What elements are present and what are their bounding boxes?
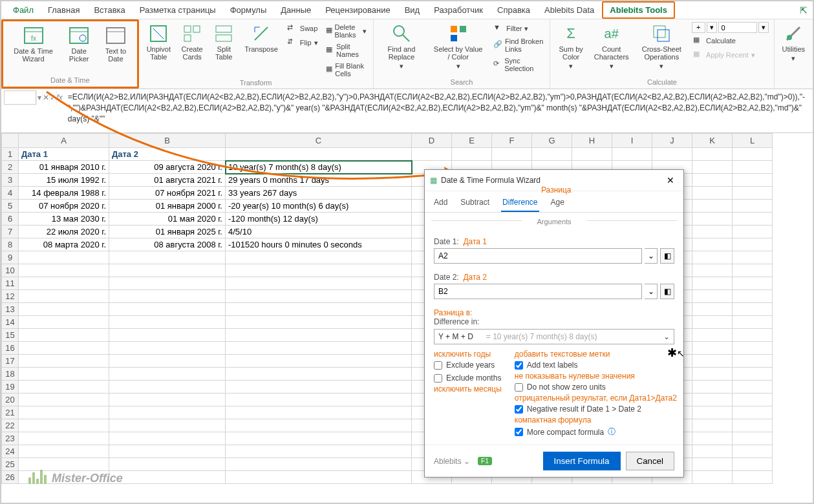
cell-A23[interactable] — [19, 432, 109, 445]
formula-text[interactable]: =ЕСЛИ(И(A2>B2,ИЛИ(РАЗНДАТ(ЕСЛИ(A2<B2,A2,… — [63, 90, 810, 125]
cell-K4[interactable] — [692, 187, 733, 200]
cancel-button[interactable]: Cancel — [626, 452, 675, 470]
cross-sheet-button[interactable]: Cross-Sheet Operations ▾ — [637, 22, 687, 71]
negative-result-checkbox[interactable]: Negative result if Date 1 > Date 2 — [515, 403, 677, 415]
cell-B10[interactable] — [109, 264, 226, 277]
share-icon[interactable]: ⇱ — [800, 5, 808, 16]
cell-D1[interactable] — [412, 148, 452, 161]
f1-badge[interactable]: F1 — [478, 457, 492, 465]
menu-developer[interactable]: Разработчик — [427, 3, 489, 17]
col-header-B[interactable]: B — [109, 134, 226, 148]
row-header-9[interactable]: 9 — [2, 251, 19, 264]
cell-K13[interactable] — [692, 303, 733, 316]
date2-dropdown[interactable]: ⌄ — [645, 284, 658, 299]
cell-L16[interactable] — [733, 342, 773, 355]
cell-A19[interactable] — [19, 381, 109, 394]
cell-A7[interactable]: 22 июля 2020 г. — [19, 226, 109, 238]
close-icon[interactable]: ✕ — [663, 174, 678, 187]
swap-button[interactable]: ⇄Swap — [286, 22, 319, 35]
menu-file[interactable]: Файл — [6, 3, 40, 17]
sum-by-color-button[interactable]: ΣSum by Color ▾ — [555, 22, 586, 71]
row-header-25[interactable]: 25 — [2, 458, 19, 471]
menu-ablebits-data[interactable]: Ablebits Data — [538, 3, 601, 17]
cell-C15[interactable] — [226, 329, 412, 342]
cell-K11[interactable] — [692, 277, 733, 290]
row-header-21[interactable]: 21 — [2, 406, 19, 419]
cell-C8[interactable]: -101520 hours 0 minutes 0 seconds — [226, 238, 412, 251]
text-to-date-button[interactable]: Text to Date — [100, 24, 131, 64]
cell-A11[interactable] — [19, 277, 109, 290]
col-header-L[interactable]: L — [733, 134, 773, 148]
cell-K2[interactable] — [692, 161, 733, 174]
cell-A8[interactable]: 08 марта 2020 г. — [19, 238, 109, 251]
row-header-5[interactable]: 5 — [2, 200, 19, 213]
tab-age[interactable]: Age — [550, 194, 566, 212]
cell-B12[interactable] — [109, 290, 226, 303]
cell-K8[interactable] — [692, 238, 733, 251]
cell-C11[interactable] — [226, 277, 412, 290]
cell-L15[interactable] — [733, 329, 773, 342]
delete-blanks-button[interactable]: ▦Delete Blanks ▾ — [325, 22, 368, 40]
cell-C20[interactable] — [226, 394, 412, 406]
col-header-G[interactable]: G — [532, 134, 572, 148]
name-box[interactable] — [4, 90, 36, 105]
cell-B13[interactable] — [109, 303, 226, 316]
cell-A1[interactable]: Дата 1 — [19, 148, 109, 161]
select-by-value-button[interactable]: Select by Value / Color ▾ — [429, 22, 487, 71]
row-header-8[interactable]: 8 — [2, 238, 19, 251]
cell-B19[interactable] — [109, 381, 226, 394]
cell-K21[interactable] — [692, 406, 733, 419]
cell-K17[interactable] — [692, 355, 733, 368]
cell-A14[interactable] — [19, 316, 109, 329]
cell-C21[interactable] — [226, 406, 412, 419]
cell-L17[interactable] — [733, 355, 773, 368]
cell-C22[interactable] — [226, 419, 412, 432]
col-header-H[interactable]: H — [572, 134, 612, 148]
cell-B20[interactable] — [109, 394, 226, 406]
utilities-button[interactable]: Utilities ▾ — [780, 22, 808, 63]
row-header-22[interactable]: 22 — [2, 419, 19, 432]
cell-L22[interactable] — [733, 419, 773, 432]
row-header-23[interactable]: 23 — [2, 432, 19, 445]
col-header-K[interactable]: K — [692, 134, 733, 148]
cell-B16[interactable] — [109, 342, 226, 355]
count-chars-button[interactable]: a#Count Characters ▾ — [592, 22, 632, 71]
cell-A16[interactable] — [19, 342, 109, 355]
cell-L20[interactable] — [733, 394, 773, 406]
cell-K18[interactable] — [692, 368, 733, 381]
cell-C16[interactable] — [226, 342, 412, 355]
cell-K5[interactable] — [692, 200, 733, 213]
cell-L5[interactable] — [733, 200, 773, 213]
cell-F1[interactable] — [492, 148, 532, 161]
date1-dropdown[interactable]: ⌄ — [645, 248, 658, 264]
cell-C3[interactable]: 29 years 0 months 17 days — [226, 174, 412, 187]
row-header-1[interactable]: 1 — [2, 148, 19, 161]
cell-K24[interactable] — [692, 445, 733, 458]
cell-B2[interactable]: 09 августа 2020 г. — [109, 161, 226, 174]
cell-A3[interactable]: 15 июля 1992 г. — [19, 174, 109, 187]
row-header-2[interactable]: 2 — [2, 161, 19, 174]
row-header-17[interactable]: 17 — [2, 355, 19, 368]
menu-help[interactable]: Справка — [491, 3, 537, 17]
row-header-18[interactable]: 18 — [2, 368, 19, 381]
cell-L10[interactable] — [733, 264, 773, 277]
cell-B18[interactable] — [109, 368, 226, 381]
row-header-16[interactable]: 16 — [2, 342, 19, 355]
cell-C5[interactable]: -20 year(s) 10 month(s) 6 day(s) — [226, 200, 412, 213]
date1-input[interactable] — [434, 248, 642, 264]
cell-G1[interactable] — [532, 148, 572, 161]
cell-A20[interactable] — [19, 394, 109, 406]
cell-A2[interactable]: 01 января 2010 г. — [19, 161, 109, 174]
cell-B24[interactable] — [109, 445, 226, 458]
cell-C24[interactable] — [226, 445, 412, 458]
date2-range-picker[interactable]: ◧ — [660, 284, 674, 299]
calc-value-input[interactable] — [718, 22, 757, 33]
cell-A18[interactable] — [19, 368, 109, 381]
cell-C19[interactable] — [226, 381, 412, 394]
accept-formula-icon[interactable]: ✓ — [49, 90, 56, 105]
flip-button[interactable]: ⇵Flip ▾ — [286, 36, 319, 49]
cancel-formula-icon[interactable]: ✕ — [42, 90, 49, 105]
cell-B14[interactable] — [109, 316, 226, 329]
cell-B4[interactable]: 07 ноября 2021 г. — [109, 187, 226, 200]
cell-B3[interactable]: 01 августа 2021 г. — [109, 174, 226, 187]
